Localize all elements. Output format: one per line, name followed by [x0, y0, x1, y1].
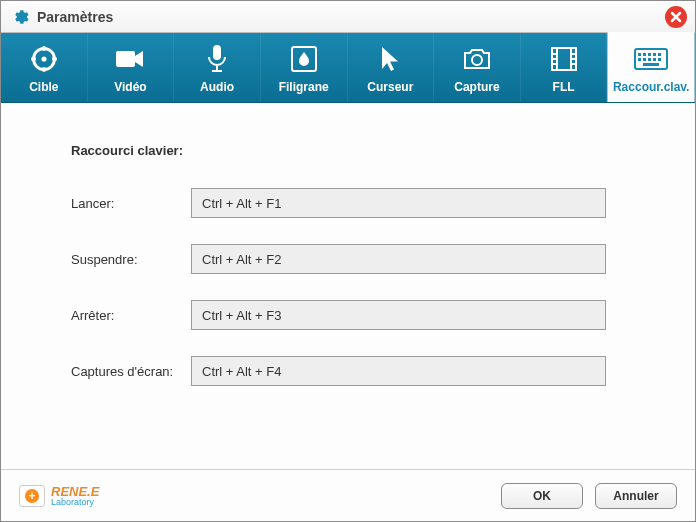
input-launch[interactable]	[191, 188, 606, 218]
input-suspend[interactable]	[191, 244, 606, 274]
row-stop: Arrêter:	[71, 300, 665, 330]
svg-rect-17	[653, 58, 656, 61]
tab-cible[interactable]: Cible	[1, 33, 88, 102]
tab-label: Cible	[29, 80, 58, 94]
brand-logo: + RENE.E Laboratory	[19, 484, 99, 507]
input-screenshot[interactable]	[191, 356, 606, 386]
tab-audio[interactable]: Audio	[174, 33, 261, 102]
section-title: Raccourci clavier:	[71, 143, 665, 158]
tab-fll[interactable]: FLL	[521, 33, 608, 102]
tabbar: Cible Vidéo Audio Filigrane Curseur	[1, 33, 695, 103]
tab-label: Capture	[454, 80, 499, 94]
camera-icon	[462, 44, 492, 74]
keyboard-icon	[634, 44, 668, 74]
tab-video[interactable]: Vidéo	[88, 33, 175, 102]
svg-rect-12	[653, 53, 656, 56]
label-stop: Arrêter:	[71, 308, 191, 323]
row-suspend: Suspendre:	[71, 244, 665, 274]
svg-rect-18	[658, 58, 661, 61]
microphone-icon	[206, 44, 228, 74]
brand-sub: Laboratory	[51, 497, 99, 507]
watermark-icon	[291, 44, 317, 74]
svg-rect-4	[213, 45, 221, 60]
tab-label: Audio	[200, 80, 234, 94]
content-pane: Raccourci clavier: Lancer: Suspendre: Ar…	[1, 103, 695, 469]
footer: + RENE.E Laboratory OK Annuler	[1, 469, 695, 521]
label-screenshot: Captures d'écran:	[71, 364, 191, 379]
row-screenshot: Captures d'écran:	[71, 356, 665, 386]
svg-rect-15	[643, 58, 646, 61]
video-icon	[115, 44, 145, 74]
svg-rect-14	[638, 58, 641, 61]
input-stop[interactable]	[191, 300, 606, 330]
tab-raccourci[interactable]: Raccour.clav.	[607, 32, 695, 102]
tab-label: Curseur	[367, 80, 413, 94]
cancel-button[interactable]: Annuler	[595, 483, 677, 509]
cursor-icon	[379, 44, 401, 74]
tab-label: Raccour.clav.	[613, 80, 690, 94]
svg-rect-16	[648, 58, 651, 61]
brand-icon: +	[19, 485, 45, 507]
gear-icon	[11, 8, 29, 26]
svg-rect-11	[648, 53, 651, 56]
label-launch: Lancer:	[71, 196, 191, 211]
ok-button[interactable]: OK	[501, 483, 583, 509]
svg-point-2	[41, 56, 46, 61]
row-launch: Lancer:	[71, 188, 665, 218]
window-title: Paramètres	[37, 9, 113, 25]
svg-point-6	[472, 55, 482, 65]
settings-window: Paramètres Cible Vidéo Audio	[0, 0, 696, 522]
svg-rect-13	[658, 53, 661, 56]
tab-capture[interactable]: Capture	[434, 33, 521, 102]
label-suspend: Suspendre:	[71, 252, 191, 267]
film-icon	[550, 44, 578, 74]
tab-filigrane[interactable]: Filigrane	[261, 33, 348, 102]
svg-rect-19	[643, 63, 659, 66]
svg-rect-3	[116, 51, 135, 67]
tab-label: FLL	[553, 80, 575, 94]
titlebar: Paramètres	[1, 1, 695, 33]
svg-rect-9	[638, 53, 641, 56]
tab-label: Vidéo	[114, 80, 146, 94]
close-button[interactable]	[663, 4, 689, 30]
svg-rect-10	[643, 53, 646, 56]
target-icon	[30, 44, 58, 74]
tab-label: Filigrane	[279, 80, 329, 94]
tab-curseur[interactable]: Curseur	[348, 33, 435, 102]
